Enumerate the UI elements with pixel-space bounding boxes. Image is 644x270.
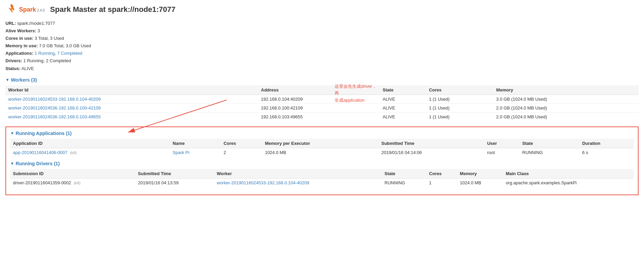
url-label: URL: (5, 21, 16, 26)
worker-address-cell: 192.168.0.103:49655 (258, 112, 380, 121)
apps-col-cores: Cores (221, 139, 262, 148)
spark-version: 2.4.0 (37, 9, 44, 12)
driver-kill-link[interactable]: (kill) (74, 181, 80, 185)
worker-state-cell: ALIVE (380, 112, 426, 121)
apps-col-state: State (520, 139, 579, 148)
driver-submitted-cell: 2019/01/16 04:13:59 (135, 178, 214, 187)
page-header: Spark 2.4.0 Spark Master at spark://node… (5, 3, 639, 16)
worker-address-cell: 192.168.0.104:40209 (258, 95, 380, 103)
workers-col-state: State (380, 85, 426, 95)
running-apps-subsection: ▼ Running Applications (1) Application I… (10, 131, 634, 157)
worker-memory-cell: 2.0 GB (1024.0 MB Used) (494, 103, 639, 112)
running-drivers-title: Running Drivers (1) (16, 161, 60, 166)
drivers-col-submitted: Submitted Time (135, 169, 214, 179)
running-section-box: 这里会先生成driver， 再 生成application ▼ Running … (5, 126, 639, 195)
apps-col-duration: Duration (579, 139, 634, 148)
drivers-col-cores: Cores (426, 169, 457, 179)
workers-col-id: Worker Id (5, 85, 258, 95)
app-cores-cell: 2 (221, 148, 262, 157)
worker-id-link[interactable]: worker-20190116024533-192.168.0.104-4020… (8, 97, 101, 102)
worker-cores-cell: 1 (1 Used) (426, 112, 494, 121)
apps-col-memory: Memory per Executor (262, 139, 379, 148)
worker-cores-cell: 1 (1 Used) (426, 95, 494, 103)
url-value: spark://node1:7077 (17, 21, 55, 26)
workers-section: ▼ Workers (3) Worker Id Address State Co… (5, 77, 639, 121)
app-memory-cell: 1024.0 MB (262, 148, 379, 157)
running-apps-title: Running Applications (1) (16, 131, 72, 136)
cores-value: 3 Total, 3 Used (35, 36, 64, 41)
app-duration-cell: 6 s (579, 148, 634, 157)
spark-wordmark: Spark (19, 6, 36, 13)
table-row: worker-20190116024533-192.168.0.104-4020… (5, 95, 639, 103)
running-drivers-collapse-arrow[interactable]: ▼ (10, 161, 14, 166)
workers-col-memory: Memory (494, 85, 639, 95)
page-title: Spark Master at spark://node1:7077 (50, 5, 175, 14)
cores-label: Cores in use: (5, 36, 33, 41)
status-label: Status: (5, 66, 20, 71)
spark-logo: Spark 2.4.0 (5, 3, 44, 16)
app-name-link[interactable]: Spark Pi (173, 150, 189, 155)
driver-id-cell: driver-20190116041359-0002 (kill) (10, 178, 135, 187)
workers-table: Worker Id Address State Cores Memory wor… (5, 85, 639, 121)
table-row: worker-20190116024536-192.168.0.103-4965… (5, 112, 639, 121)
worker-id-link[interactable]: worker-20190116024536-192.168.0.100-4210… (8, 105, 101, 111)
table-row: app-20190116041406-0007 (kill) Spark Pi … (10, 148, 634, 157)
worker-state-cell: ALIVE (380, 95, 426, 103)
app-state-cell: RUNNING (520, 148, 579, 157)
memory-label: Memory in use: (5, 43, 38, 48)
completed-apps-link[interactable]: 7 Completed (57, 51, 82, 56)
alive-workers-value: 3 (37, 28, 40, 33)
worker-memory-cell: 3.0 GB (1024.0 MB Used) (494, 95, 639, 103)
worker-state-cell: ALIVE (380, 103, 426, 112)
apps-col-submitted: Submitted Time (379, 139, 484, 148)
worker-id-link[interactable]: worker-20190116024536-192.168.0.103-4965… (8, 114, 101, 119)
worker-id-cell: worker-20190116024533-192.168.0.104-4020… (5, 95, 258, 103)
running-apps-table: Application ID Name Cores Memory per Exe… (10, 139, 634, 157)
drivers-label: Drivers: (5, 58, 22, 63)
table-row: worker-20190116024536-192.168.0.100-4210… (5, 103, 639, 112)
app-submitted-cell: 2019/01/16 04:14:06 (379, 148, 484, 157)
apps-col-user: User (484, 139, 519, 148)
workers-col-address: Address (258, 85, 380, 95)
status-value: ALIVE (21, 66, 34, 71)
driver-memory-cell: 1024.0 MB (457, 178, 503, 187)
apps-col-name: Name (170, 139, 221, 148)
spark-flame-icon (5, 3, 18, 16)
drivers-col-state: State (382, 169, 426, 179)
running-drivers-subsection: ▼ Running Drivers (1) Submission ID Subm… (10, 161, 634, 187)
workers-section-header: ▼ Workers (3) (5, 77, 639, 83)
alive-workers-label: Alive Workers: (5, 28, 36, 33)
app-id-cell: app-20190116041406-0007 (kill) (10, 148, 170, 157)
drivers-col-mainclass: Main Class (503, 169, 634, 179)
applications-label: Applications: (5, 51, 33, 56)
app-kill-link[interactable]: (kill) (70, 151, 77, 155)
app-name-cell: Spark Pi (170, 148, 221, 157)
drivers-value: 1 Running, 2 Completed (23, 58, 71, 63)
running-apps-link[interactable]: 1 Running (35, 51, 55, 56)
running-apps-collapse-arrow[interactable]: ▼ (10, 131, 14, 136)
driver-worker-link[interactable]: worker-20190116024533-192.168.0.104-4020… (217, 180, 309, 185)
driver-cores-cell: 1 (426, 178, 457, 187)
workers-col-cores: Cores (426, 85, 494, 95)
driver-mainclass-cell: org.apache.spark.examples.SparkPi (503, 178, 634, 187)
driver-worker-cell: worker-20190116024533-192.168.0.104-4020… (214, 178, 382, 187)
apps-col-id: Application ID (10, 139, 170, 148)
worker-id-cell: worker-20190116024536-192.168.0.100-4210… (5, 103, 258, 112)
table-row: driver-20190116041359-0002 (kill) 2019/0… (10, 178, 634, 187)
drivers-col-worker: Worker (214, 169, 382, 179)
running-apps-header: ▼ Running Applications (1) (10, 131, 634, 136)
workers-section-title: Workers (3) (11, 77, 37, 83)
worker-address-cell: 192.168.0.100:42109 (258, 103, 380, 112)
drivers-col-memory: Memory (457, 169, 503, 179)
workers-collapse-arrow[interactable]: ▼ (5, 78, 10, 82)
app-id-link[interactable]: app-20190116041406-0007 (13, 150, 68, 155)
cluster-info: URL: spark://node1:7077 Alive Workers: 3… (5, 20, 639, 72)
driver-state-cell: RUNNING (382, 178, 426, 187)
worker-memory-cell: 2.0 GB (1024.0 MB Used) (494, 112, 639, 121)
running-drivers-table: Submission ID Submitted Time Worker Stat… (10, 169, 634, 187)
running-drivers-header: ▼ Running Drivers (1) (10, 161, 634, 166)
memory-value: 7.0 GB Total, 3.0 GB Used (39, 43, 91, 48)
app-user-cell: root (484, 148, 519, 157)
worker-cores-cell: 1 (1 Used) (426, 103, 494, 112)
worker-id-cell: worker-20190116024536-192.168.0.103-4965… (5, 112, 258, 121)
